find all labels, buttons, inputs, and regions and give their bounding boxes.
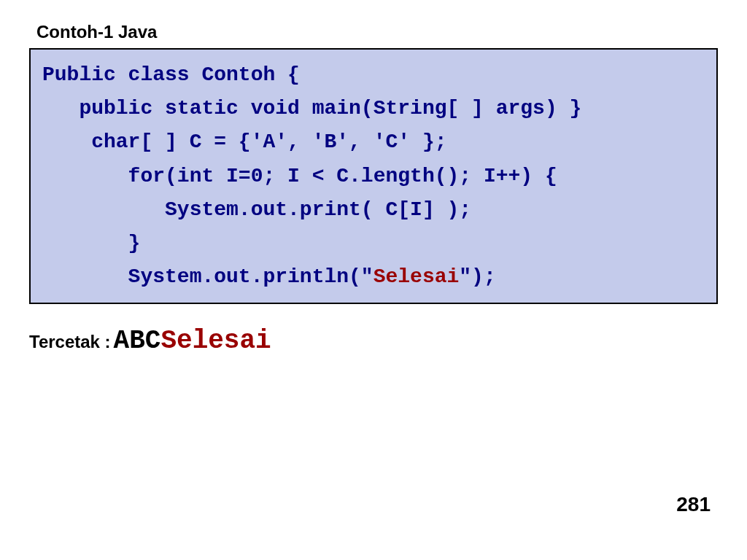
code-block: Public class Contoh { public static void…	[29, 48, 718, 304]
code-line-6: }	[42, 227, 705, 260]
code-line-7-suffix: ");	[459, 265, 495, 288]
code-line-7-prefix: System.out.println("	[42, 265, 374, 288]
output-row: Tercetak : ABCSelesai	[29, 326, 718, 356]
code-line-4: for(int I=0; I < C.length(); I++) {	[42, 160, 705, 193]
code-line-3: char[ ] C = {'A', 'B', 'C' };	[42, 125, 705, 159]
code-line-7-highlight: Selesai	[374, 265, 460, 288]
output-label: Tercetak :	[29, 332, 111, 352]
output-abc: ABC	[114, 326, 161, 356]
code-line-2: public static void main(String[ ] args) …	[42, 92, 705, 125]
code-line-5: System.out.print( C[I] );	[42, 193, 705, 227]
slide-title: Contoh-1 Java	[36, 22, 718, 42]
page-number: 281	[676, 493, 711, 516]
output-selesai: Selesai	[160, 326, 271, 356]
code-line-1: Public class Contoh {	[42, 58, 705, 92]
code-line-7: System.out.println("Selesai");	[42, 260, 705, 294]
